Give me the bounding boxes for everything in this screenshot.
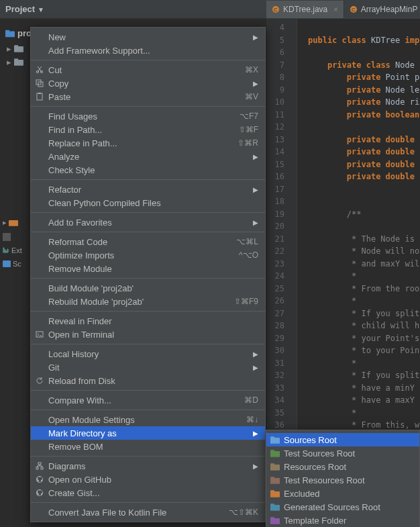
code-line[interactable]: private boolean [308,110,420,123]
submenu-item[interactable]: Test Sources Root [266,446,419,460]
close-icon[interactable]: × [333,5,337,13]
folder-icon [270,489,280,498]
ext-tool[interactable]: Ext [0,243,22,258]
code-line[interactable]: * From the roo [308,284,420,297]
menu-item[interactable]: Local History▶ [31,347,265,361]
line-number: 4 [266,23,297,36]
submenu-item[interactable]: Resources Root [266,460,419,473]
menu-item[interactable]: Optimize Imports^⌥O [31,248,265,262]
submenu-item[interactable]: Excluded [266,487,419,500]
code-line[interactable] [308,197,420,209]
scratches-tool[interactable]: Sc [0,256,21,271]
svg-rect-34 [270,478,280,484]
code-line[interactable]: * If you split [308,371,420,383]
code-line[interactable]: public class KDTree imp [308,36,420,48]
submenu-item[interactable]: Sources Root [266,433,419,446]
code-line[interactable] [308,48,420,60]
menu-item[interactable]: Convert Java File to Kotlin File⌥⇧⌘K [31,506,265,519]
tab-arrayheap[interactable]: C ArrayHeapMinP [344,1,420,18]
svg-rect-31 [270,450,274,452]
code-line[interactable]: * If you split [308,309,420,322]
menu-item[interactable]: Reveal in Finder [31,314,265,328]
code-line[interactable]: private double [308,135,420,148]
menu-item[interactable]: Cut⌘X [31,63,265,77]
menu-item-label: Find Usages [48,111,97,122]
menu-item[interactable]: Open Module Settings⌘↓ [31,413,265,426]
menu-item[interactable]: Paste⌘V [31,90,265,103]
menu-item[interactable]: Git▶ [31,361,265,374]
menu-item[interactable]: Find in Path...⇧⌘F [31,123,265,136]
line-number: 13 [266,135,297,148]
code-line[interactable] [308,222,420,234]
svg-rect-11 [14,60,23,66]
svg-rect-38 [270,505,280,511]
paste-icon [35,92,44,101]
code-line[interactable]: * [308,408,420,421]
code-line[interactable]: private Node ri [308,97,420,110]
menu-item[interactable]: Open on GitHub [31,473,265,486]
submenu-item[interactable]: Test Resources Root [266,473,419,487]
submenu-arrow-icon: ▶ [253,364,258,371]
code-line[interactable]: * have a maxY [308,395,420,408]
code-line[interactable]: private double [308,172,420,185]
menu-shortcut: ⇧⌘F9 [234,297,258,306]
menu-item[interactable]: Rebuild Module 'proj2ab'⇧⌘F9 [31,295,265,308]
menu-item[interactable]: Copy▶ [31,77,265,90]
folder-icon [270,448,280,458]
code-line[interactable]: * Node will no [308,246,420,259]
menu-item[interactable]: Add Framework Support... [31,44,265,57]
tab-kdtree[interactable]: C KDTree.java × [266,1,344,18]
code-line[interactable]: * have a minY [308,383,420,396]
code-line[interactable]: * child will h [308,321,420,334]
code-line[interactable] [308,122,420,135]
code-line[interactable]: private Node le [308,85,420,98]
menu-item[interactable]: Compare With...⌘D [31,393,265,407]
svg-rect-25 [41,467,43,469]
code-line[interactable]: * The Node is [308,234,420,247]
code-line[interactable]: * [308,296,420,309]
code-line[interactable]: * and maxY wil [308,259,420,272]
code-line[interactable]: * [308,358,420,371]
menu-item[interactable]: Build Module 'proj2ab' [31,281,265,295]
submenu-item[interactable]: Generated Sources Root [266,500,419,514]
code-line[interactable] [308,185,420,197]
project-tree[interactable]: ▸ ▸ [7,42,23,68]
menu-item[interactable]: Analyze▶ [31,150,265,163]
code-line[interactable]: * [308,271,420,284]
menu-item[interactable]: Remove Module [31,262,265,275]
svg-rect-15 [3,260,11,267]
reload-icon [35,376,44,385]
menu-item[interactable]: Diagrams▶ [31,459,265,473]
code-line[interactable] [308,23,420,36]
code-line[interactable]: private double [308,147,420,160]
code-line[interactable]: private class Node [308,60,420,73]
code-line[interactable]: * your Point's [308,334,420,346]
menu-item[interactable]: Reformat Code⌥⌘L [31,235,265,248]
menu-item[interactable]: New▶ [31,30,265,44]
code-line[interactable]: * to your Poin [308,346,420,358]
expand-folder-icon[interactable]: ▸ [0,215,18,230]
menu-item[interactable]: Clean Python Compiled Files [31,196,265,209]
menu-item[interactable]: Reload from Disk [31,374,265,387]
menu-separator [31,60,265,60]
github-icon [35,488,44,497]
submenu-arrow-icon: ▶ [253,219,258,226]
code-line[interactable]: /** [308,209,420,222]
project-tool-label[interactable]: Project▼ [0,4,50,14]
code-line[interactable]: private double [308,160,420,173]
submenu-item[interactable]: Template Folder [266,514,419,527]
menu-item[interactable]: Remove BOM [31,440,265,453]
menu-item[interactable]: Refactor▶ [31,183,265,196]
line-number: 29 [266,334,297,346]
menu-item[interactable]: Add to Favorites▶ [31,215,265,229]
line-number: 19 [266,209,297,222]
menu-item[interactable]: Mark Directory as▶ [31,426,265,440]
menu-item[interactable]: Replace in Path...⇧⌘R [31,136,265,150]
code-line[interactable]: private Point p [308,73,420,85]
menu-item[interactable]: Create Gist... [31,486,265,499]
line-number: 21 [266,234,297,247]
menu-item[interactable]: Check Style [31,163,265,177]
menu-item[interactable]: Find Usages⌥F7 [31,109,265,123]
copy-icon [35,79,44,88]
menu-item[interactable]: Open in Terminal [31,328,265,341]
